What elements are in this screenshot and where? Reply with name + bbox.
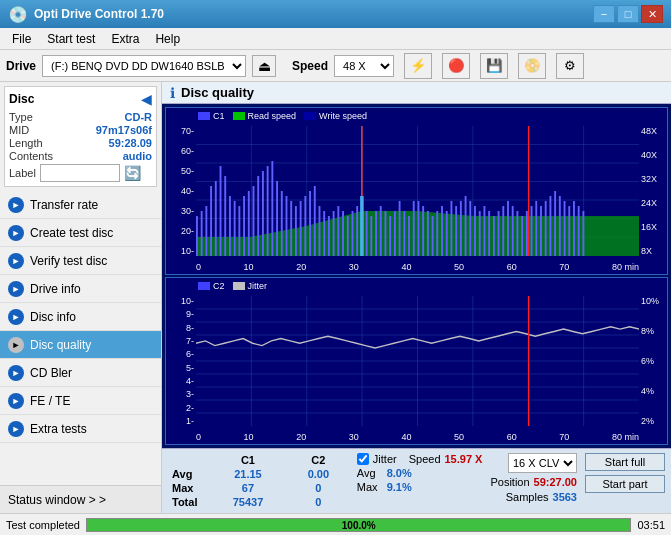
chart1-y-label-30: 30- [181,206,194,216]
sidebar-label-cd-bler: CD Bler [30,366,72,380]
chart1-y-right-32x: 32X [641,174,667,184]
speed-select[interactable]: 48 X [334,55,394,77]
chart2-x-80: 80 min [612,432,639,442]
clv-select[interactable]: 16 X CLV [508,453,577,473]
minimize-button[interactable]: − [593,5,615,23]
disc-expand-icon[interactable]: ◀ [141,91,152,107]
disc-contents-label: Contents [9,150,53,162]
disc-quality-title: Disc quality [181,85,254,100]
svg-rect-37 [304,196,306,256]
svg-rect-97 [578,206,580,256]
svg-rect-72 [460,201,462,256]
drive-eject-button[interactable]: ⏏ [252,55,276,77]
chart1-y-right-24x: 24X [641,198,667,208]
svg-rect-63 [418,201,420,256]
legend-c2: C2 [198,281,225,291]
start-full-button[interactable]: Start full [585,453,665,471]
sidebar-item-transfer-rate[interactable]: ► Transfer rate [0,191,161,219]
chart1-x-40: 40 [401,262,411,272]
legend-write-speed-label: Write speed [319,111,367,121]
chart2-y-right-2pct: 2% [641,416,667,426]
speed-action-btn2[interactable]: 🔴 [442,53,470,79]
svg-rect-48 [356,206,358,256]
jitter-speed-panel: Jitter Speed 15.97 X Avg 8.0% Max 9.1% [357,453,483,493]
jitter-max-row: Max 9.1% [357,481,483,493]
maximize-button[interactable]: □ [617,5,639,23]
svg-rect-80 [498,211,500,256]
chart2-y-right-10pct: 10% [641,296,667,306]
stats-row: C1 C2 Avg 21.15 0.00 Max 67 [162,448,671,513]
jitter-max-label: Max [357,481,378,493]
svg-rect-79 [493,216,495,256]
cd-bler-icon: ► [8,365,24,381]
sidebar-item-extra-tests[interactable]: ► Extra tests [0,415,161,443]
sidebar-label-fe-te: FE / TE [30,394,70,408]
svg-rect-40 [319,206,321,256]
chart2-x-10: 10 [244,432,254,442]
legend-write-speed: Write speed [304,111,367,121]
chart2-x-axis: 0 10 20 30 40 50 60 70 80 min [196,432,639,442]
drivebar: Drive (F:) BENQ DVD DD DW1640 BSLB ⏏ Spe… [0,50,671,82]
svg-rect-44 [337,206,339,256]
sidebar-item-verify-test-disc[interactable]: ► Verify test disc [0,247,161,275]
close-button[interactable]: ✕ [641,5,663,23]
disc-info-icon: ► [8,309,24,325]
chart2-x-30: 30 [349,432,359,442]
svg-rect-67 [436,211,438,256]
disc-label-icon[interactable]: 🔄 [124,165,141,181]
svg-rect-77 [483,206,485,256]
chart1-x-60: 60 [507,262,517,272]
svg-rect-50 [366,211,368,256]
chart2-y-right-6pct: 6% [641,356,667,366]
create-test-disc-icon: ► [8,225,24,241]
svg-rect-85 [521,216,523,256]
chart2-y-axis-right: 2% 4% 6% 8% 10% [639,296,667,426]
chart1-y-right-16x: 16X [641,222,667,232]
disc-label-input[interactable] [40,164,120,182]
sidebar-item-status-window[interactable]: Status window > > [0,485,161,513]
status-window-label: Status window > > [8,493,106,507]
sidebar-label-disc-info: Disc info [30,310,76,324]
start-part-button[interactable]: Start part [585,475,665,493]
chart1-y-label-70: 70- [181,126,194,136]
disc-mid-value: 97m17s06f [96,124,152,136]
menu-help[interactable]: Help [147,30,188,48]
menu-extra[interactable]: Extra [103,30,147,48]
status-text: Test completed [6,519,80,531]
speed-action-btn1[interactable]: ⚡ [404,53,432,79]
sidebar-item-cd-bler[interactable]: ► CD Bler [0,359,161,387]
jitter-avg-row: Avg 8.0% [357,467,483,479]
svg-rect-68 [441,206,443,256]
jitter-checkbox[interactable] [357,453,369,465]
settings-btn[interactable]: ⚙ [556,53,584,79]
svg-rect-42 [328,216,330,256]
speed-action-btn3[interactable]: 💾 [480,53,508,79]
chart2-y-1: 1- [186,416,194,426]
titlebar: 💿 Opti Drive Control 1.70 − □ ✕ [0,0,671,28]
svg-rect-46 [347,216,349,256]
sidebar-item-fe-te[interactable]: ► FE / TE [0,387,161,415]
stats-avg-c2: 0.00 [288,467,349,481]
svg-rect-23 [238,206,240,256]
menu-start-test[interactable]: Start test [39,30,103,48]
svg-rect-76 [479,211,481,256]
chart2-svg [196,296,639,426]
position-row: Position 59:27.00 [490,476,577,488]
sidebar-item-create-test-disc[interactable]: ► Create test disc [0,219,161,247]
media-btn[interactable]: 📀 [518,53,546,79]
jitter-checkbox-row: Jitter Speed 15.97 X [357,453,483,465]
sidebar-item-disc-quality[interactable]: ► Disc quality [0,331,161,359]
disc-label-row: Label 🔄 [9,164,152,182]
menu-file[interactable]: File [4,30,39,48]
drive-select[interactable]: (F:) BENQ DVD DD DW1640 BSLB [42,55,246,77]
legend-read-speed-label: Read speed [248,111,297,121]
svg-rect-82 [507,201,509,256]
svg-rect-91 [549,196,551,256]
legend-jitter: Jitter [233,281,268,291]
svg-rect-38 [309,191,311,256]
chart2-legend: C2 Jitter [198,281,267,291]
sidebar-item-disc-info[interactable]: ► Disc info [0,303,161,331]
chart2-x-70: 70 [559,432,569,442]
sidebar-item-drive-info[interactable]: ► Drive info [0,275,161,303]
legend-c1: C1 [198,111,225,121]
